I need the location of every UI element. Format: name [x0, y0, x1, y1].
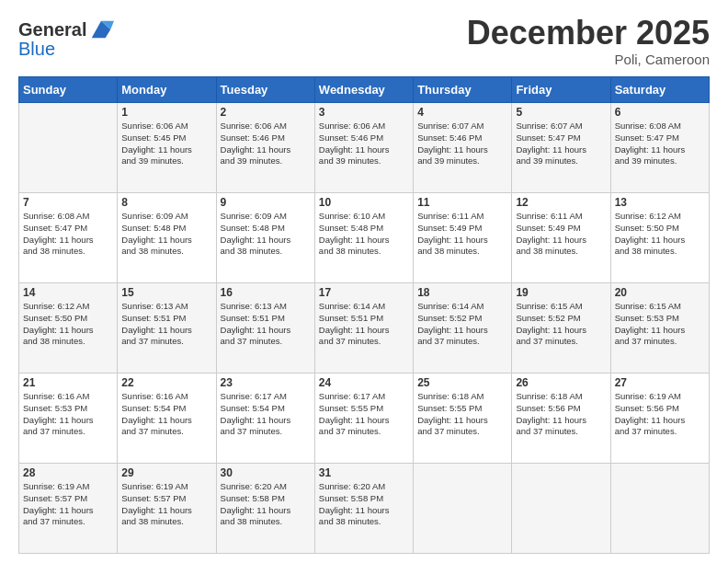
calendar-cell: 22Sunrise: 6:16 AM Sunset: 5:54 PM Dayli… [118, 373, 216, 464]
day-info: Sunrise: 6:10 AM Sunset: 5:48 PM Dayligh… [319, 211, 409, 258]
calendar-cell: 15Sunrise: 6:13 AM Sunset: 5:51 PM Dayli… [118, 283, 216, 373]
header: General Blue December 2025 Poli, Cameroo… [18, 17, 710, 67]
calendar-cell: 1Sunrise: 6:06 AM Sunset: 5:45 PM Daylig… [118, 103, 216, 193]
day-number: 12 [516, 196, 606, 209]
day-number: 23 [221, 376, 311, 389]
day-info: Sunrise: 6:06 AM Sunset: 5:46 PM Dayligh… [319, 121, 409, 167]
calendar-cell: 28Sunrise: 6:19 AM Sunset: 5:57 PM Dayli… [19, 464, 118, 554]
calendar-cell: 6Sunrise: 6:08 AM Sunset: 5:47 PM Daylig… [610, 103, 709, 193]
calendar-cell: 10Sunrise: 6:10 AM Sunset: 5:48 PM Dayli… [314, 193, 413, 283]
day-info: Sunrise: 6:11 AM Sunset: 5:49 PM Dayligh… [516, 211, 606, 258]
day-number: 13 [615, 196, 705, 209]
location: Poli, Cameroon [467, 52, 710, 67]
page: General Blue December 2025 Poli, Cameroo… [0, 0, 728, 563]
day-info: Sunrise: 6:16 AM Sunset: 5:54 PM Dayligh… [121, 391, 211, 438]
day-info: Sunrise: 6:06 AM Sunset: 5:45 PM Dayligh… [121, 121, 211, 167]
day-number: 6 [615, 106, 705, 119]
day-number: 28 [23, 466, 113, 479]
calendar-cell: 26Sunrise: 6:18 AM Sunset: 5:56 PM Dayli… [512, 373, 610, 464]
logo-blue-text: Blue [18, 39, 55, 59]
day-info: Sunrise: 6:07 AM Sunset: 5:47 PM Dayligh… [516, 121, 606, 167]
day-number: 19 [516, 286, 606, 299]
day-info: Sunrise: 6:19 AM Sunset: 5:57 PM Dayligh… [23, 481, 113, 528]
day-info: Sunrise: 6:13 AM Sunset: 5:51 PM Dayligh… [221, 301, 311, 348]
calendar-cell: 3Sunrise: 6:06 AM Sunset: 5:46 PM Daylig… [314, 103, 413, 193]
logo-general-text: General [18, 19, 86, 40]
calendar-cell: 4Sunrise: 6:07 AM Sunset: 5:46 PM Daylig… [414, 103, 512, 193]
calendar-cell: 25Sunrise: 6:18 AM Sunset: 5:55 PM Dayli… [414, 373, 512, 464]
day-info: Sunrise: 6:09 AM Sunset: 5:48 PM Dayligh… [221, 211, 311, 258]
day-info: Sunrise: 6:08 AM Sunset: 5:47 PM Dayligh… [23, 211, 113, 258]
calendar-cell: 20Sunrise: 6:15 AM Sunset: 5:53 PM Dayli… [610, 283, 709, 373]
day-number: 9 [221, 196, 311, 209]
day-number: 4 [417, 106, 507, 119]
day-number: 10 [319, 196, 409, 209]
calendar-cell: 27Sunrise: 6:19 AM Sunset: 5:56 PM Dayli… [610, 373, 709, 464]
day-info: Sunrise: 6:18 AM Sunset: 5:55 PM Dayligh… [417, 391, 507, 438]
calendar-cell: 12Sunrise: 6:11 AM Sunset: 5:49 PM Dayli… [512, 193, 610, 283]
calendar-cell: 18Sunrise: 6:14 AM Sunset: 5:52 PM Dayli… [414, 283, 512, 373]
calendar-cell: 2Sunrise: 6:06 AM Sunset: 5:46 PM Daylig… [216, 103, 314, 193]
calendar-cell: 29Sunrise: 6:19 AM Sunset: 5:57 PM Dayli… [118, 464, 216, 554]
calendar-cell: 16Sunrise: 6:13 AM Sunset: 5:51 PM Dayli… [216, 283, 314, 373]
weekday-header-saturday: Saturday [610, 77, 709, 103]
calendar-cell: 14Sunrise: 6:12 AM Sunset: 5:50 PM Dayli… [19, 283, 118, 373]
day-number: 11 [417, 196, 507, 209]
calendar-week-row: 1Sunrise: 6:06 AM Sunset: 5:45 PM Daylig… [19, 103, 710, 193]
day-info: Sunrise: 6:15 AM Sunset: 5:52 PM Dayligh… [516, 301, 606, 348]
calendar-cell: 19Sunrise: 6:15 AM Sunset: 5:52 PM Dayli… [512, 283, 610, 373]
weekday-header-sunday: Sunday [19, 77, 118, 103]
weekday-header-monday: Monday [118, 77, 216, 103]
day-info: Sunrise: 6:06 AM Sunset: 5:46 PM Dayligh… [221, 121, 311, 167]
calendar-cell: 21Sunrise: 6:16 AM Sunset: 5:53 PM Dayli… [19, 373, 118, 464]
day-number: 17 [319, 286, 409, 299]
day-number: 29 [121, 466, 211, 479]
calendar-week-row: 21Sunrise: 6:16 AM Sunset: 5:53 PM Dayli… [19, 373, 710, 464]
day-info: Sunrise: 6:12 AM Sunset: 5:50 PM Dayligh… [615, 211, 705, 258]
calendar-cell: 31Sunrise: 6:20 AM Sunset: 5:58 PM Dayli… [314, 464, 413, 554]
calendar-cell: 30Sunrise: 6:20 AM Sunset: 5:58 PM Dayli… [216, 464, 314, 554]
day-info: Sunrise: 6:17 AM Sunset: 5:55 PM Dayligh… [319, 391, 409, 438]
day-info: Sunrise: 6:17 AM Sunset: 5:54 PM Dayligh… [221, 391, 311, 438]
calendar-cell: 23Sunrise: 6:17 AM Sunset: 5:54 PM Dayli… [216, 373, 314, 464]
day-number: 18 [417, 286, 507, 299]
weekday-header-row: SundayMondayTuesdayWednesdayThursdayFrid… [19, 77, 710, 103]
calendar-cell: 24Sunrise: 6:17 AM Sunset: 5:55 PM Dayli… [314, 373, 413, 464]
day-info: Sunrise: 6:08 AM Sunset: 5:47 PM Dayligh… [615, 121, 705, 167]
day-number: 21 [23, 376, 113, 389]
weekday-header-wednesday: Wednesday [314, 77, 413, 103]
calendar-cell: 11Sunrise: 6:11 AM Sunset: 5:49 PM Dayli… [414, 193, 512, 283]
day-number: 5 [516, 106, 606, 119]
day-number: 8 [121, 196, 211, 209]
day-number: 15 [121, 286, 211, 299]
calendar-cell: 7Sunrise: 6:08 AM Sunset: 5:47 PM Daylig… [19, 193, 118, 283]
day-number: 24 [319, 376, 409, 389]
day-info: Sunrise: 6:14 AM Sunset: 5:51 PM Dayligh… [319, 301, 409, 348]
day-number: 26 [516, 376, 606, 389]
day-number: 25 [417, 376, 507, 389]
day-info: Sunrise: 6:16 AM Sunset: 5:53 PM Dayligh… [23, 391, 113, 438]
day-info: Sunrise: 6:20 AM Sunset: 5:58 PM Dayligh… [319, 481, 409, 528]
day-number: 2 [221, 106, 311, 119]
weekday-header-tuesday: Tuesday [216, 77, 314, 103]
logo-icon [88, 17, 114, 42]
calendar-week-row: 7Sunrise: 6:08 AM Sunset: 5:47 PM Daylig… [19, 193, 710, 283]
calendar-cell: 13Sunrise: 6:12 AM Sunset: 5:50 PM Dayli… [610, 193, 709, 283]
calendar-cell [19, 103, 118, 193]
day-number: 31 [319, 466, 409, 479]
calendar-week-row: 28Sunrise: 6:19 AM Sunset: 5:57 PM Dayli… [19, 464, 710, 554]
day-info: Sunrise: 6:19 AM Sunset: 5:56 PM Dayligh… [615, 391, 705, 438]
day-info: Sunrise: 6:07 AM Sunset: 5:46 PM Dayligh… [417, 121, 507, 167]
calendar-cell [414, 464, 512, 554]
weekday-header-thursday: Thursday [414, 77, 512, 103]
calendar-cell [610, 464, 709, 554]
day-number: 22 [121, 376, 211, 389]
calendar-table: SundayMondayTuesdayWednesdayThursdayFrid… [18, 76, 710, 554]
day-info: Sunrise: 6:13 AM Sunset: 5:51 PM Dayligh… [121, 301, 211, 348]
day-info: Sunrise: 6:14 AM Sunset: 5:52 PM Dayligh… [417, 301, 507, 348]
day-info: Sunrise: 6:20 AM Sunset: 5:58 PM Dayligh… [221, 481, 311, 528]
calendar-cell: 8Sunrise: 6:09 AM Sunset: 5:48 PM Daylig… [118, 193, 216, 283]
day-number: 16 [221, 286, 311, 299]
weekday-header-friday: Friday [512, 77, 610, 103]
day-info: Sunrise: 6:19 AM Sunset: 5:57 PM Dayligh… [121, 481, 211, 528]
